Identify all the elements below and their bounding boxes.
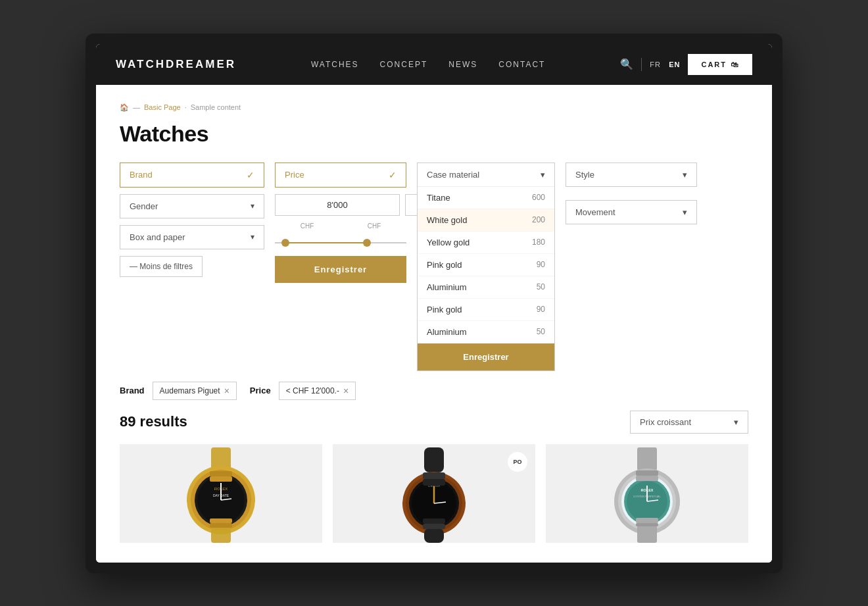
search-icon[interactable]: 🔍 (620, 58, 633, 70)
svg-rect-27 (637, 447, 657, 470)
svg-rect-11 (210, 476, 232, 482)
box-paper-dropdown[interactable]: Box and paper ▾ (120, 225, 264, 249)
nav-contact[interactable]: CONTACT (498, 60, 545, 69)
case-item-pink-gold-1-count: 90 (537, 260, 545, 269)
browser-content: WATCHDREAMER WATCHES CONCEPT NEWS CONTAC… (96, 44, 772, 563)
gender-label: Gender (130, 201, 158, 211)
cart-button[interactable]: CART 🛍 (688, 54, 752, 75)
gender-dropdown[interactable]: Gender ▾ (120, 194, 264, 218)
svg-rect-41 (636, 523, 658, 526)
watch-svg-2: OMEGA (388, 447, 480, 543)
lang-en[interactable]: EN (669, 61, 680, 68)
case-material-chevron-icon: ▾ (541, 170, 545, 180)
case-item-aluminium-1[interactable]: Aluminium 50 (418, 276, 554, 299)
filters-row: Brand ✓ Gender ▾ Box and paper ▾ — Moins… (120, 163, 748, 371)
svg-rect-12 (210, 518, 232, 523)
case-item-white-gold[interactable]: White gold 200 (418, 209, 554, 232)
brand-label: Brand (130, 170, 153, 180)
movement-dropdown[interactable]: Movement ▾ (566, 200, 697, 224)
svg-rect-13 (210, 523, 232, 528)
case-item-titane-name: Titane (427, 193, 450, 203)
box-paper-chevron-icon: ▾ (251, 232, 254, 241)
price-label: Price (285, 170, 304, 180)
brand-filter-tag: Audemars Piguet × (153, 382, 237, 400)
case-item-aluminium-1-name: Aluminium (427, 282, 467, 292)
case-item-aluminium-1-count: 50 (537, 282, 545, 291)
case-item-pink-gold-2[interactable]: Pink gold 90 (418, 299, 554, 321)
price-check-icon: ✓ (389, 170, 397, 180)
browser-window: WATCHDREAMER WATCHES CONCEPT NEWS CONTAC… (85, 34, 783, 573)
brand-check-icon: ✓ (247, 170, 254, 180)
svg-rect-40 (636, 518, 658, 523)
nav-news[interactable]: NEWS (448, 60, 477, 69)
breadcrumb: 🏠 — Basic Page · Sample content (120, 103, 748, 112)
brand-filter-remove[interactable]: × (224, 386, 229, 396)
moins-filtres-button[interactable]: — Moins de filtres (120, 256, 203, 277)
cart-label: CART (701, 61, 727, 68)
price-min-label: CHF (276, 222, 338, 230)
case-item-titane[interactable]: Titane 600 (418, 187, 554, 209)
main-content: 🏠 — Basic Page · Sample content Watches … (96, 85, 772, 563)
home-icon[interactable]: 🏠 (120, 103, 129, 112)
svg-rect-26 (423, 524, 445, 529)
nav-links: WATCHES CONCEPT NEWS CONTACT (311, 60, 545, 69)
case-material-header[interactable]: Case material ▾ (418, 163, 554, 187)
svg-rect-22 (424, 528, 444, 543)
case-item-pink-gold-1-name: Pink gold (427, 260, 462, 270)
breadcrumb-sample: Sample content (191, 103, 241, 111)
case-item-pink-gold-2-count: 90 (537, 305, 545, 314)
case-item-aluminium-2[interactable]: Aluminium 50 (418, 321, 554, 343)
svg-rect-25 (423, 518, 445, 524)
case-material-label: Case material (427, 170, 479, 180)
watch-svg-3: ROLEX OYSTER PERPETUAL (598, 447, 696, 543)
case-item-yellow-gold[interactable]: Yellow gold 180 (418, 232, 554, 254)
price-min-input[interactable] (275, 194, 400, 216)
sort-label: Prix croissant (640, 417, 691, 427)
nav-concept[interactable]: CONCEPT (380, 60, 428, 69)
movement-header[interactable]: Movement ▾ (566, 201, 696, 224)
price-dropdown[interactable]: Price ✓ (275, 163, 406, 188)
lang-fr[interactable]: FR (650, 61, 661, 68)
range-thumb-right[interactable] (363, 239, 371, 247)
product-card-3[interactable]: ROLEX OYSTER PERPETUAL (546, 444, 748, 543)
product-card-2[interactable]: PO OMEGA (333, 444, 535, 543)
price-max-label: CHF (343, 222, 405, 230)
product-grid: ROLEX DAY DATE (120, 444, 748, 543)
navbar-right: 🔍 FR EN CART 🛍 (620, 54, 752, 75)
case-item-aluminium-2-name: Aluminium (427, 327, 467, 337)
box-paper-label: Box and paper (130, 232, 185, 242)
case-item-white-gold-name: White gold (427, 215, 467, 225)
breadcrumb-basic-page[interactable]: Basic Page (144, 103, 181, 111)
price-filter-tag: < CHF 12'000.- × (279, 382, 356, 400)
active-price-label: Price (250, 386, 271, 395)
product-card-1[interactable]: ROLEX DAY DATE (120, 444, 322, 543)
brand-dropdown[interactable]: Brand ✓ (120, 163, 264, 188)
cart-icon: 🛍 (731, 61, 739, 68)
svg-rect-23 (423, 472, 445, 479)
nav-watches[interactable]: WATCHES (311, 60, 359, 69)
case-item-titane-count: 600 (532, 193, 545, 202)
save-price-button[interactable]: Enregistrer (275, 256, 406, 283)
range-slider[interactable] (275, 236, 406, 249)
case-item-aluminium-2-count: 50 (537, 327, 545, 336)
nav-divider (641, 58, 642, 71)
watch-svg-1: ROLEX DAY DATE (168, 447, 274, 543)
svg-rect-39 (636, 476, 658, 481)
case-item-yellow-gold-count: 180 (532, 238, 545, 247)
breadcrumb-dot: · (185, 103, 187, 111)
price-inputs (275, 194, 406, 216)
style-header[interactable]: Style ▾ (566, 163, 696, 186)
sort-dropdown[interactable]: Prix croissant ▾ (630, 411, 748, 434)
results-count: 89 results (120, 413, 187, 430)
style-dropdown[interactable]: Style ▾ (566, 163, 697, 187)
svg-rect-37 (637, 525, 657, 543)
navbar: WATCHDREAMER WATCHES CONCEPT NEWS CONTAC… (96, 44, 772, 85)
price-filter-value: < CHF 12'000.- (286, 386, 339, 395)
range-thumb-left[interactable] (281, 239, 289, 247)
case-item-pink-gold-2-name: Pink gold (427, 305, 462, 315)
filter-col-style: Style ▾ Movement ▾ (566, 163, 697, 224)
filter-col-price: Price ✓ CHF CHF (275, 163, 406, 283)
case-item-pink-gold-1[interactable]: Pink gold 90 (418, 254, 554, 276)
save-case-button[interactable]: Enregistrer (418, 343, 554, 370)
price-filter-remove[interactable]: × (343, 386, 349, 396)
